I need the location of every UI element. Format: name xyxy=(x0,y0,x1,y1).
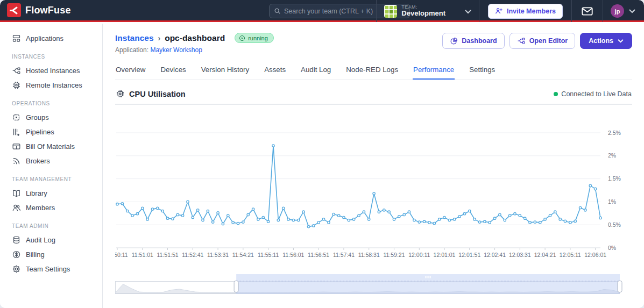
sidebar-item-label: Audit Log xyxy=(26,236,55,244)
mail-icon xyxy=(582,7,593,16)
open-editor-button[interactable]: Open Editor xyxy=(509,33,576,49)
application-label: Application: xyxy=(115,46,148,54)
team-selector[interactable]: TEAM: Development xyxy=(376,0,479,22)
pie-chart-icon xyxy=(450,37,458,45)
tab-assets[interactable]: Assets xyxy=(264,62,286,79)
svg-text:11:57:41: 11:57:41 xyxy=(333,252,355,258)
sidebar-item-label: Applications xyxy=(26,34,63,42)
svg-text:1.5%: 1.5% xyxy=(608,175,621,182)
sidebar-item-remote-instances[interactable]: Remote Instances xyxy=(0,78,102,92)
app-window: FlowFuse TEAM: Development xyxy=(0,0,644,308)
live-data-status: Connected to Live Data xyxy=(554,90,632,98)
tab-overview[interactable]: Overview xyxy=(115,62,146,79)
sidebar-item-hosted-instances[interactable]: Hosted Instances xyxy=(0,63,102,78)
team-name: Development xyxy=(401,10,445,18)
sidebar-item-applications[interactable]: Applications xyxy=(0,31,102,46)
sidebar-section-instances: INSTANCES xyxy=(0,54,102,60)
tab-settings[interactable]: Settings xyxy=(469,62,496,79)
dashboard-button[interactable]: Dashboard xyxy=(442,33,504,49)
remote-instances-icon xyxy=(12,81,21,90)
main-content: Instances › opc-dashboard running Applic… xyxy=(103,24,644,308)
svg-text:12:01:01: 12:01:01 xyxy=(434,252,456,258)
sidebar-item-label: Members xyxy=(26,204,55,212)
sidebar-item-label: Hosted Instances xyxy=(26,67,80,75)
svg-text:11:56:01: 11:56:01 xyxy=(282,252,304,258)
hosted-instances-icon xyxy=(12,66,21,75)
audit-log-icon xyxy=(12,235,21,245)
performance-panel: CPU Utilisation Connected to Live Data 0… xyxy=(115,88,632,298)
chart-range-slider[interactable] xyxy=(115,273,632,296)
groups-icon xyxy=(12,113,21,122)
sidebar-item-label: Bill Of Materials xyxy=(26,142,75,151)
applications-icon xyxy=(12,34,21,43)
sidebar-item-members[interactable]: Members xyxy=(0,200,102,215)
instance-tabs: OverviewDevicesVersion HistoryAssetsAudi… xyxy=(115,62,632,80)
svg-text:11:51:01: 11:51:01 xyxy=(132,252,153,258)
tab-node-red-logs[interactable]: Node-RED Logs xyxy=(345,62,399,79)
instance-name: opc-dashboard xyxy=(165,33,225,43)
status-badge: running xyxy=(235,33,274,43)
status-badge-label: running xyxy=(248,35,268,41)
members-icon xyxy=(12,203,21,212)
bill-of-materials-icon xyxy=(12,142,21,151)
brand-name: FlowFuse xyxy=(25,5,71,16)
flowfuse-logo[interactable]: FlowFuse xyxy=(0,3,71,17)
tab-audit-log[interactable]: Audit Log xyxy=(300,62,331,79)
svg-text:12:06:01: 12:06:01 xyxy=(584,252,606,258)
svg-text:12:02:41: 12:02:41 xyxy=(484,252,506,258)
chevron-down-icon xyxy=(629,9,635,13)
tab-performance[interactable]: Performance xyxy=(413,62,455,80)
cpu-icon xyxy=(116,89,125,98)
billing-icon xyxy=(12,250,21,259)
sidebar-item-brokers[interactable]: Brokers xyxy=(0,154,102,168)
sidebar-item-pipelines[interactable]: Pipelines xyxy=(0,125,102,139)
user-menu[interactable]: jp xyxy=(603,0,644,22)
sidebar-item-team-settings[interactable]: Team Settings xyxy=(0,262,102,276)
application-line: Application: Mayker Workshop xyxy=(115,46,274,54)
invite-members-button[interactable]: Invite Members xyxy=(488,4,563,19)
sidebar-item-label: Groups xyxy=(26,113,49,121)
sidebar-item-library[interactable]: Library xyxy=(0,186,102,200)
notifications-button[interactable] xyxy=(571,0,603,22)
dashboard-button-label: Dashboard xyxy=(462,37,497,45)
svg-text:12:05:11: 12:05:11 xyxy=(560,252,581,258)
breadcrumb-separator: › xyxy=(158,34,161,42)
svg-text:0.5%: 0.5% xyxy=(608,221,621,228)
svg-text:2.5%: 2.5% xyxy=(608,130,621,136)
svg-text:11:54:21: 11:54:21 xyxy=(232,252,254,258)
svg-text:2%: 2% xyxy=(608,152,616,159)
actions-button-label: Actions xyxy=(589,37,613,45)
sidebar-item-label: Brokers xyxy=(26,157,50,165)
svg-text:11:56:51: 11:56:51 xyxy=(308,252,329,258)
svg-text:0%: 0% xyxy=(608,245,616,251)
flowfuse-logo-icon xyxy=(7,3,21,17)
cpu-utilisation-chart: 0%0.5%1%1.5%2%2.5%11:50:1111:51:0111:51:… xyxy=(115,108,632,267)
brush-left-handle[interactable] xyxy=(234,281,238,292)
sidebar-item-audit-log[interactable]: Audit Log xyxy=(0,233,102,247)
chevron-down-icon xyxy=(465,6,471,16)
application-link[interactable]: Mayker Workshop xyxy=(150,46,202,54)
brush-right-handle[interactable] xyxy=(618,281,622,292)
chevron-down-icon xyxy=(618,39,624,43)
svg-text:11:53:31: 11:53:31 xyxy=(207,252,229,258)
sidebar-item-bill-of-materials[interactable]: Bill Of Materials xyxy=(0,139,102,154)
actions-button[interactable]: Actions xyxy=(580,33,632,49)
library-icon xyxy=(12,189,21,198)
breadcrumb-instances-link[interactable]: Instances xyxy=(115,33,154,43)
svg-text:11:50:11: 11:50:11 xyxy=(115,252,128,258)
team-avatar xyxy=(384,5,397,18)
user-avatar: jp xyxy=(611,4,624,18)
breadcrumb: Instances › opc-dashboard running xyxy=(115,33,274,43)
sidebar-item-billing[interactable]: Billing xyxy=(0,247,102,262)
sidebar-section-operations: OPERATIONS xyxy=(0,101,102,106)
sidebar-item-label: Billing xyxy=(26,250,45,259)
svg-text:1%: 1% xyxy=(608,198,616,205)
sidebar-item-groups[interactable]: Groups xyxy=(0,110,102,125)
tab-devices[interactable]: Devices xyxy=(160,62,186,79)
sidebar-item-label: Library xyxy=(26,189,47,197)
svg-text:11:51:51: 11:51:51 xyxy=(157,252,178,258)
svg-text:12:04:21: 12:04:21 xyxy=(534,252,556,258)
sidebar: ApplicationsINSTANCESHosted InstancesRem… xyxy=(0,24,103,308)
open-editor-button-label: Open Editor xyxy=(529,37,568,45)
tab-version-history[interactable]: Version History xyxy=(201,62,250,79)
